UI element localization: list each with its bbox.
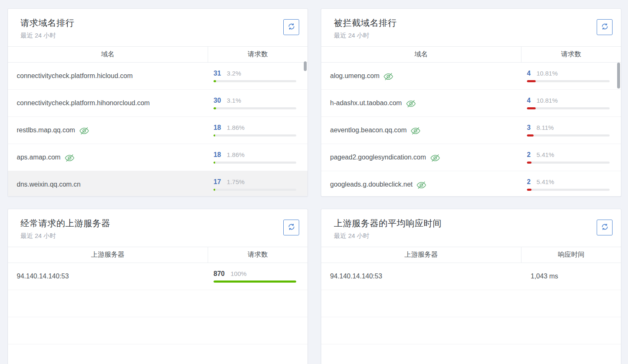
table-row[interactable]: aeventlog.beacon.qq.com 38.11% <box>321 117 621 144</box>
domain-name: dns.weixin.qq.com.cn <box>17 181 81 188</box>
progress-track <box>214 134 296 136</box>
progress-track <box>214 281 296 283</box>
count-cell: 25.41% <box>521 178 621 191</box>
scrollbar-thumb[interactable] <box>617 63 620 88</box>
panel-response-time: 上游服务器的平均响应时间 最近 24 小时 上游服务器 响应时间 94.140.… <box>321 209 621 364</box>
scrollbar-thumb[interactable] <box>304 61 307 71</box>
column-header-response-time: 响应时间 <box>521 247 621 263</box>
table-row-hovered[interactable]: dns.weixin.qq.com.cn 171.75% <box>8 171 308 197</box>
table-header: 域名 请求数 <box>8 46 308 63</box>
refresh-button[interactable] <box>597 220 613 235</box>
progress-track <box>527 80 610 82</box>
progress-track <box>214 162 296 164</box>
upstream-cell: 94.140.14.140:53 <box>321 273 521 280</box>
column-header-count: 请求数 <box>208 47 308 62</box>
column-header-domain: 域名 <box>321 47 521 62</box>
panel-title: 上游服务器的平均响应时间 <box>334 217 613 229</box>
table-row[interactable]: 94.140.14.140:53 870100% <box>8 263 308 290</box>
domain-name: connectivitycheck.platform.hicloud.com <box>17 72 132 80</box>
table-row[interactable]: aps.amap.com 181.86% <box>8 144 308 171</box>
domain-name: aps.amap.com <box>17 154 61 161</box>
request-percent: 100% <box>231 270 247 277</box>
panel-subtitle: 最近 24 小时 <box>334 232 613 240</box>
request-percent: 3.1% <box>227 97 241 104</box>
progress-fill <box>527 162 531 164</box>
progress-track <box>527 134 610 136</box>
domain-cell: googleads.g.doubleclick.net <box>321 179 521 190</box>
request-percent: 1.75% <box>227 178 245 185</box>
domain-name: aeventlog.beacon.qq.com <box>330 126 407 134</box>
domain-cell: h-adashx.ut.taobao.com <box>321 98 521 109</box>
count-cell: 181.86% <box>208 124 308 136</box>
panel-header: 上游服务器的平均响应时间 最近 24 小时 <box>321 209 621 247</box>
tracker-eye-off-icon <box>430 153 440 163</box>
table-row[interactable]: 94.140.14.140:53 1,043 ms <box>321 263 621 290</box>
column-header-domain: 域名 <box>8 47 208 62</box>
request-count: 3 <box>527 124 531 131</box>
progress-fill <box>527 189 531 191</box>
refresh-button[interactable] <box>597 19 613 35</box>
request-count: 17 <box>214 178 221 186</box>
request-percent: 1.86% <box>227 124 245 131</box>
request-percent: 10.81% <box>536 70 558 77</box>
table-row[interactable]: restlbs.map.qq.com 181.86% <box>8 117 308 144</box>
count-cell: 410.81% <box>521 70 621 82</box>
count-cell: 303.1% <box>208 97 308 109</box>
table-row[interactable]: h-adashx.ut.taobao.com 410.81% <box>321 90 621 117</box>
table-body: alog.umeng.com 410.81% h-adashx.ut.taoba… <box>321 63 621 197</box>
panel-header: 被拦截域名排行 最近 24 小时 <box>321 9 621 46</box>
domain-cell: connectivitycheck.platform.hicloud.com <box>8 72 208 80</box>
column-header-count: 请求数 <box>521 47 621 62</box>
panel-title: 请求域名排行 <box>20 17 299 29</box>
progress-track <box>527 107 610 109</box>
count-cell: 25.41% <box>521 151 621 164</box>
panel-subtitle: 最近 24 小时 <box>334 32 613 40</box>
empty-table-row <box>321 290 621 317</box>
request-percent: 8.11% <box>536 124 554 131</box>
request-count: 4 <box>527 70 531 77</box>
count-cell: 171.75% <box>208 178 308 191</box>
refresh-button[interactable] <box>283 19 299 35</box>
count-cell: 181.86% <box>208 151 308 164</box>
domain-cell: connectivitycheck.platform.hihonorcloud.… <box>8 99 208 107</box>
table-header: 上游服务器 请求数 <box>8 247 308 263</box>
empty-table-row <box>8 344 308 364</box>
request-count: 2 <box>527 151 531 159</box>
request-count: 30 <box>214 97 221 104</box>
refresh-icon <box>288 223 295 232</box>
domain-name: restlbs.map.qq.com <box>17 126 75 134</box>
request-count: 870 <box>214 270 225 278</box>
tracker-eye-off-icon <box>383 71 394 82</box>
domain-name: pagead2.googlesyndication.com <box>330 154 426 161</box>
request-percent: 5.41% <box>536 178 554 185</box>
request-percent: 1.86% <box>227 151 245 158</box>
panel-blocked-domains: 被拦截域名排行 最近 24 小时 域名 请求数 alog.umeng.com 4… <box>321 8 621 197</box>
progress-fill <box>527 80 536 82</box>
request-count: 2 <box>527 178 531 186</box>
response-time-value: 1,043 ms <box>521 273 621 280</box>
domain-name: connectivitycheck.platform.hihonorcloud.… <box>17 99 150 107</box>
table-row[interactable]: connectivitycheck.platform.hicloud.com 3… <box>8 63 308 90</box>
panel-header: 经常请求的上游服务器 最近 24 小时 <box>8 209 308 247</box>
request-count: 31 <box>214 70 221 77</box>
table-row[interactable]: googleads.g.doubleclick.net 25.41% <box>321 171 621 197</box>
refresh-icon <box>288 23 295 31</box>
panel-header: 请求域名排行 最近 24 小时 <box>8 9 308 46</box>
panel-requested-domains: 请求域名排行 最近 24 小时 域名 请求数 connectivitycheck… <box>8 8 308 197</box>
column-header-count: 请求数 <box>208 247 308 263</box>
empty-table-row <box>8 317 308 344</box>
refresh-button[interactable] <box>283 220 299 235</box>
progress-track <box>214 80 296 82</box>
refresh-icon <box>601 23 608 31</box>
tracker-eye-off-icon <box>64 153 75 163</box>
request-percent: 10.81% <box>536 97 558 104</box>
upstream-address: 94.140.14.140:53 <box>330 273 382 280</box>
count-cell: 313.2% <box>208 70 308 82</box>
progress-fill <box>214 281 296 283</box>
table-row[interactable]: connectivitycheck.platform.hihonorcloud.… <box>8 90 308 117</box>
table-row[interactable]: alog.umeng.com 410.81% <box>321 63 621 90</box>
progress-fill <box>214 162 215 164</box>
table-row[interactable]: pagead2.googlesyndication.com 25.41% <box>321 144 621 171</box>
table-header: 上游服务器 响应时间 <box>321 247 621 263</box>
panel-subtitle: 最近 24 小时 <box>20 232 299 240</box>
